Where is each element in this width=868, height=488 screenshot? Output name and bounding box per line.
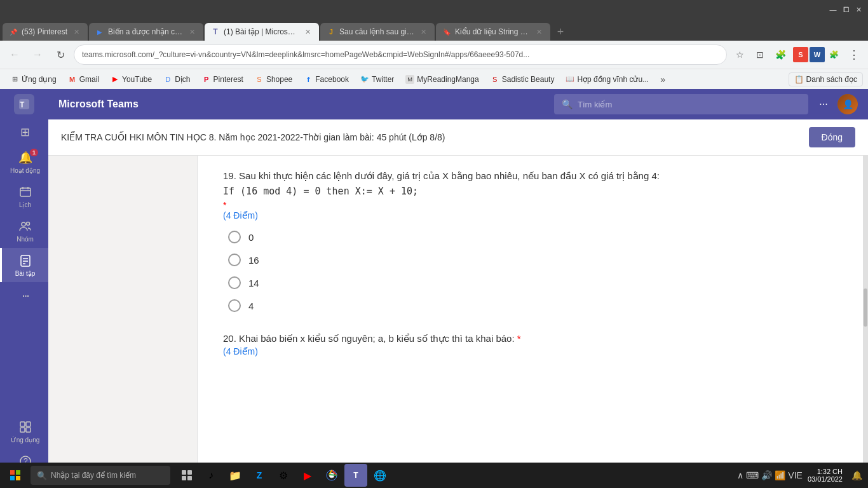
option-19-2[interactable]: 14 — [228, 276, 837, 289]
minimize-button[interactable]: — — [829, 5, 837, 14]
svg-rect-25 — [187, 476, 192, 480]
exam-content[interactable]: 19. Sau khi thực hiện các lệnh dưới đây,… — [198, 156, 863, 488]
svg-rect-24 — [182, 476, 186, 480]
bookmark-myreadingmanga[interactable]: M MyReadingManga — [400, 73, 484, 86]
radio-19-1[interactable] — [228, 254, 241, 266]
sidebar-grid-button[interactable]: ⊞ — [0, 119, 48, 145]
option-19-3[interactable]: 4 — [228, 299, 837, 312]
option-19-1[interactable]: 16 — [228, 254, 837, 266]
hidden-icons-button[interactable]: ∧ — [737, 470, 743, 480]
taskbar-youtube-app[interactable]: ▶ — [296, 464, 319, 487]
question-19-number: 19. — [223, 170, 239, 181]
tab-pinterest[interactable]: 📌 (53) Pinterest ✕ — [3, 23, 88, 41]
bookmark-star-icon[interactable]: ☆ — [731, 46, 749, 64]
header-more-button[interactable]: ··· — [813, 94, 834, 114]
more-options-icon[interactable]: ⋮ — [845, 46, 863, 64]
taskbar-time-display[interactable]: 1:32 CH 03/01/2022 — [808, 468, 843, 483]
bookmark-pinterest[interactable]: P Pinterest — [197, 73, 248, 86]
bookmark-youtube[interactable]: ▶ YouTube — [105, 73, 157, 86]
wifi-icon[interactable]: 📶 — [775, 470, 785, 480]
svg-rect-22 — [182, 470, 186, 475]
puzzle-extension-icon[interactable]: 🧩 — [826, 47, 841, 62]
extensions-area: S W 🧩 — [793, 47, 841, 62]
teams-logo[interactable]: T — [14, 94, 34, 114]
taskbar-app-5[interactable]: ⚙ — [272, 464, 295, 487]
teams-header: Microsoft Teams 🔍 Tìm kiếm ··· 👤 — [48, 89, 868, 119]
bookmark-shopee[interactable]: S Shopee — [250, 73, 297, 86]
start-button[interactable] — [3, 463, 28, 488]
user-avatar[interactable]: 👤 — [837, 94, 858, 114]
language-indicator[interactable]: VIE — [788, 470, 803, 480]
tab-pinterest-close[interactable]: ✕ — [71, 27, 81, 37]
teams-search-box[interactable]: 🔍 Tìm kiếm — [554, 94, 808, 114]
option-label-19-0: 0 — [248, 232, 254, 243]
bookmark-hop-dong-label: Hợp đồng vĩnh cửu... — [577, 75, 649, 84]
maximize-button[interactable]: ⧠ — [841, 5, 850, 14]
tab-kieu-du-lieu[interactable]: 🔖 Kiểu dữ liệu String có phần... ✕ — [436, 23, 550, 41]
sadistic-beauty-bookmark-icon: S — [491, 75, 499, 84]
content-area: 19. Sau khi thực hiện các lệnh dưới đây,… — [48, 156, 868, 488]
tab-bien-a[interactable]: ▶ Biến a được nhận các giá t... ✕ — [89, 23, 203, 41]
taskbar-search-text: Nhập tại đây để tìm kiếm — [51, 471, 136, 480]
option-label-19-3: 4 — [248, 301, 254, 311]
radio-19-2[interactable] — [228, 276, 241, 289]
question-19-options: 0 16 14 4 — [223, 231, 837, 312]
option-19-0[interactable]: 0 — [228, 231, 837, 243]
tab-kieu-du-lieu-close[interactable]: ✕ — [534, 27, 544, 37]
taskbar-chrome[interactable] — [320, 464, 343, 487]
svg-rect-21 — [16, 476, 20, 480]
taskbar-task-view[interactable] — [175, 464, 198, 487]
scrollbar-thumb[interactable] — [864, 288, 867, 327]
window-controls[interactable]: — ⧠ ✕ — [829, 5, 863, 14]
bookmark-hop-dong[interactable]: 📖 Hợp đồng vĩnh cửu... — [560, 73, 654, 86]
tab-teams-close[interactable]: ✕ — [302, 27, 313, 37]
bookmark-dich[interactable]: D Dịch — [158, 73, 195, 86]
bookmark-apps[interactable]: ⊞ Ứng dụng — [5, 73, 62, 86]
sidebar-item-calendar[interactable]: Lịch — [0, 179, 48, 214]
reading-list-button[interactable]: 📋 Danh sách đọc — [789, 72, 863, 86]
kieu-du-lieu-favicon: 🔖 — [442, 27, 451, 36]
s-extension-icon[interactable]: S — [793, 47, 808, 62]
taskbar: 🔍 Nhập tại đây để tìm kiếm ♪ 📁 Z ⚙ ▶ — [0, 463, 868, 488]
taskbar-edge[interactable]: 🌐 — [369, 464, 391, 487]
notification-button[interactable]: 🔔 — [848, 466, 865, 484]
scrollbar-track[interactable] — [863, 156, 868, 488]
extensions-icon[interactable]: 🧩 — [771, 46, 789, 64]
tab-teams[interactable]: T (1) Bài tập | Microsoft Team... ✕ — [205, 23, 319, 41]
bookmark-sadistic-beauty[interactable]: S Sadistic Beauty — [485, 73, 560, 86]
sidebar-item-apps[interactable]: Ứng dụng — [0, 414, 48, 449]
taskbar-tiktok[interactable]: ♪ — [200, 464, 222, 487]
taskbar-teams-app[interactable]: T — [344, 464, 367, 487]
radio-19-3[interactable] — [228, 299, 241, 312]
keyboard-icon[interactable]: ⌨ — [746, 470, 759, 480]
back-button[interactable]: ← — [5, 45, 24, 64]
sidebar-item-assignments[interactable]: Bài tập — [0, 248, 48, 282]
new-tab-button[interactable]: + — [552, 23, 569, 41]
sidebar-item-teams[interactable]: Nhóm — [0, 214, 48, 248]
bookmarks-more-button[interactable]: » — [655, 72, 670, 87]
notification-icon: 🔔 — [851, 470, 862, 480]
radio-19-0[interactable] — [228, 231, 241, 243]
close-window-button[interactable]: ✕ — [854, 5, 863, 14]
sidebar-item-activity[interactable]: 1 🔔 Hoạt động — [0, 145, 48, 179]
tab-bien-a-close[interactable]: ✕ — [187, 27, 197, 37]
bookmark-twitter[interactable]: 🐦 Twitter — [355, 73, 399, 86]
taskbar-search-box[interactable]: 🔍 Nhập tại đây để tìm kiếm — [31, 466, 170, 485]
address-bar-row: ← → ↻ teams.microsoft.com/_?culture=vi-v… — [0, 41, 868, 69]
tab-sau-cau-lenh[interactable]: J Sau câu lệnh sau giá trị củ... ✕ — [320, 23, 435, 41]
volume-icon[interactable]: 🔊 — [761, 470, 772, 480]
reload-button[interactable]: ↻ — [51, 45, 70, 64]
main-layout: Microsoft Teams 🔍 Tìm kiếm ··· 👤 KIỂM TR… — [48, 89, 868, 488]
w-extension-icon[interactable]: W — [810, 47, 825, 62]
address-input[interactable]: teams.microsoft.com/_?culture=vi-vn&coun… — [74, 44, 727, 65]
forward-button[interactable]: → — [28, 45, 47, 64]
bookmark-gmail[interactable]: M Gmail — [63, 73, 104, 86]
taskbar-file-explorer[interactable]: 📁 — [224, 464, 247, 487]
bookmark-facebook[interactable]: f Facebook — [299, 73, 354, 86]
taskbar-zalo[interactable]: Z — [248, 464, 271, 487]
close-exam-button[interactable]: Đóng — [809, 127, 855, 147]
assignments-svg — [19, 254, 32, 267]
sidebar-item-more[interactable]: ··· — [0, 282, 48, 308]
cast-icon[interactable]: ⊡ — [751, 46, 769, 64]
tab-sau-cau-lenh-close[interactable]: ✕ — [418, 27, 428, 37]
